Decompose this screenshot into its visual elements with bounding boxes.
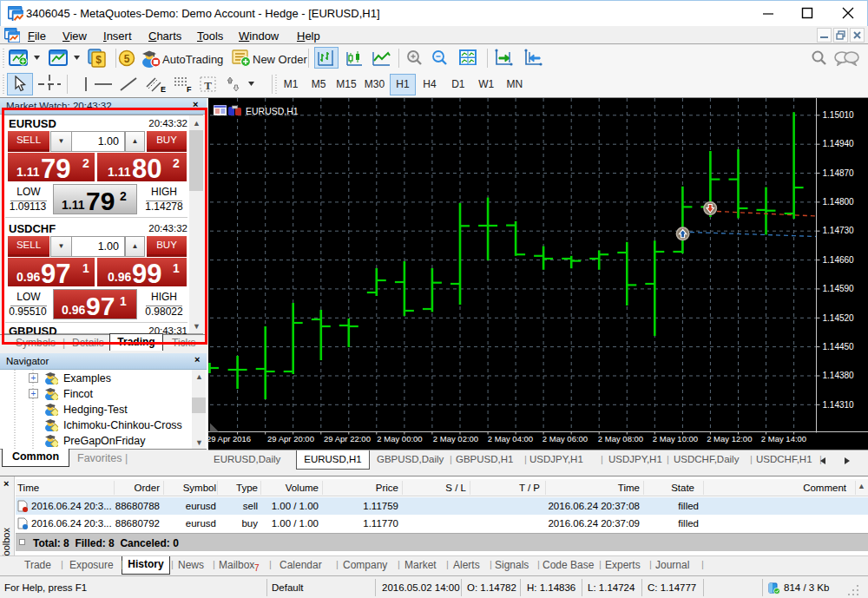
svg-text:5: 5 xyxy=(124,53,130,65)
svg-text:1.14730: 1.14730 xyxy=(823,226,855,235)
svg-text:T: T xyxy=(204,79,212,92)
svg-text:29 Apr 20:00: 29 Apr 20:00 xyxy=(267,434,314,444)
svg-text:29 Apr 2016: 29 Apr 2016 xyxy=(208,434,251,444)
svg-text:1.14800: 1.14800 xyxy=(823,197,855,207)
svg-text:2 May 08:00: 2 May 08:00 xyxy=(598,434,643,444)
svg-text:29 Apr 22:00: 29 Apr 22:00 xyxy=(324,434,371,444)
svg-text:E: E xyxy=(161,85,166,94)
svg-text:1.14520: 1.14520 xyxy=(823,313,855,323)
svg-text:1.14870: 1.14870 xyxy=(823,168,855,178)
svg-text:2 May 00:00: 2 May 00:00 xyxy=(377,434,422,444)
svg-text:1.14660: 1.14660 xyxy=(823,255,855,265)
svg-text:2 May 10:00: 2 May 10:00 xyxy=(653,434,698,444)
svg-text:EURUSD,H1: EURUSD,H1 xyxy=(246,106,299,116)
svg-text:$: $ xyxy=(95,54,102,66)
svg-text:1.14940: 1.14940 xyxy=(823,139,855,148)
svg-text:1.14380: 1.14380 xyxy=(823,371,855,380)
svg-text:2 May 12:00: 2 May 12:00 xyxy=(707,434,752,444)
svg-text:2 May 04:00: 2 May 04:00 xyxy=(488,434,533,444)
svg-text:1.14590: 1.14590 xyxy=(823,284,855,293)
svg-text:2 May 14:00: 2 May 14:00 xyxy=(761,434,806,444)
svg-text:1.15010: 1.15010 xyxy=(823,110,855,120)
svg-text:2 May 02:00: 2 May 02:00 xyxy=(433,434,478,444)
svg-text:2 May 06:00: 2 May 06:00 xyxy=(542,434,588,444)
svg-text:1.14310: 1.14310 xyxy=(823,400,855,410)
svg-text:1.14450: 1.14450 xyxy=(823,342,855,352)
svg-text:F: F xyxy=(187,85,192,94)
